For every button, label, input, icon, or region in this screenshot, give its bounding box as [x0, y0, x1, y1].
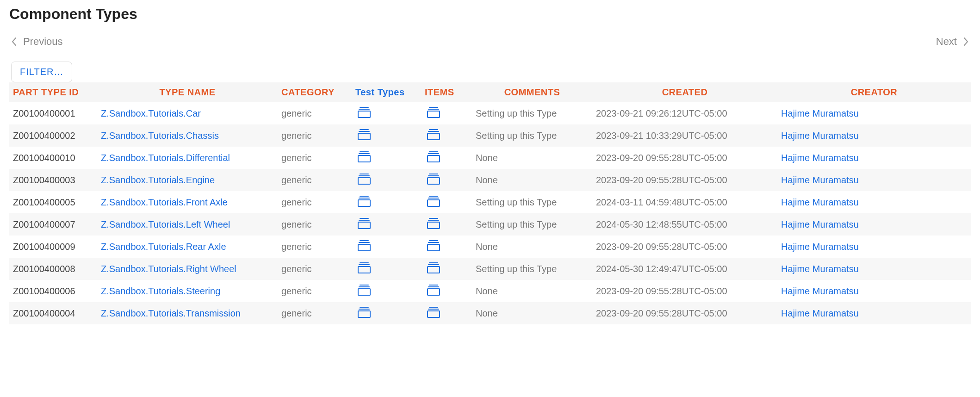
cell-created: 2023-09-20 09:55:28UTC-05:00	[592, 302, 777, 324]
svg-rect-35	[428, 222, 440, 229]
previous-button[interactable]: Previous	[11, 36, 63, 48]
cell-created: 2024-05-30 12:48:55UTC-05:00	[592, 213, 777, 236]
stack-icon[interactable]	[427, 195, 440, 207]
header-items[interactable]: ITEMS	[421, 82, 472, 102]
cell-type-name-link[interactable]: Z.Sandbox.Tutorials.Engine	[97, 169, 278, 191]
cell-category: generic	[278, 236, 352, 258]
cell-part-type-id: Z00100400002	[9, 124, 97, 147]
chevron-right-icon	[962, 37, 969, 47]
table-row: Z00100400001Z.Sandbox.Tutorials.Cargener…	[9, 102, 971, 124]
cell-type-name-link[interactable]: Z.Sandbox.Tutorials.Right Wheel	[97, 258, 278, 280]
previous-label: Previous	[23, 36, 63, 48]
header-created[interactable]: CREATED	[592, 82, 777, 102]
cell-part-type-id: Z00100400001	[9, 102, 97, 124]
table-row: Z00100400004Z.Sandbox.Tutorials.Transmis…	[9, 302, 971, 324]
stack-icon[interactable]	[357, 240, 371, 252]
cell-creator-link[interactable]: Hajime Muramatsu	[777, 258, 971, 280]
stack-icon[interactable]	[357, 129, 371, 141]
cell-creator-link[interactable]: Hajime Muramatsu	[777, 102, 971, 124]
cell-comments: None	[472, 169, 592, 191]
cell-category: generic	[278, 147, 352, 169]
cell-comments: Setting up this Type	[472, 213, 592, 236]
cell-creator-link[interactable]: Hajime Muramatsu	[777, 147, 971, 169]
cell-type-name-link[interactable]: Z.Sandbox.Tutorials.Differential	[97, 147, 278, 169]
table-row: Z00100400007Z.Sandbox.Tutorials.Left Whe…	[9, 213, 971, 236]
cell-creator-link[interactable]: Hajime Muramatsu	[777, 236, 971, 258]
svg-rect-11	[428, 133, 440, 140]
stack-icon[interactable]	[357, 217, 371, 230]
svg-rect-20	[358, 178, 370, 184]
stack-icon[interactable]	[427, 129, 440, 141]
stack-icon[interactable]	[357, 306, 371, 318]
header-test-types[interactable]: Test Types	[352, 82, 421, 102]
next-label: Next	[936, 36, 957, 48]
cell-creator-link[interactable]: Hajime Muramatsu	[777, 280, 971, 302]
cell-part-type-id: Z00100400007	[9, 213, 97, 236]
cell-test-types	[352, 280, 421, 302]
cell-creator-link[interactable]: Hajime Muramatsu	[777, 191, 971, 213]
cell-items	[421, 102, 472, 124]
cell-test-types	[352, 191, 421, 213]
cell-type-name-link[interactable]: Z.Sandbox.Tutorials.Chassis	[97, 124, 278, 147]
cell-items	[421, 213, 472, 236]
cell-items	[421, 124, 472, 147]
table-row: Z00100400009Z.Sandbox.Tutorials.Rear Axl…	[9, 236, 971, 258]
stack-icon[interactable]	[357, 106, 371, 118]
cell-type-name-link[interactable]: Z.Sandbox.Tutorials.Transmission	[97, 302, 278, 324]
cell-test-types	[352, 258, 421, 280]
cell-category: generic	[278, 102, 352, 124]
cell-comments: Setting up this Type	[472, 191, 592, 213]
cell-created: 2023-09-21 10:33:29UTC-05:00	[592, 124, 777, 147]
cell-type-name-link[interactable]: Z.Sandbox.Tutorials.Rear Axle	[97, 236, 278, 258]
stack-icon[interactable]	[427, 240, 440, 252]
svg-rect-47	[428, 267, 440, 273]
stack-icon[interactable]	[427, 306, 440, 318]
next-button[interactable]: Next	[936, 36, 969, 48]
table-row: Z00100400003Z.Sandbox.Tutorials.Enginege…	[9, 169, 971, 191]
header-part-type-id[interactable]: PART TYPE ID	[9, 82, 97, 102]
cell-test-types	[352, 124, 421, 147]
cell-category: generic	[278, 169, 352, 191]
svg-rect-56	[358, 311, 370, 317]
table-row: Z00100400006Z.Sandbox.Tutorials.Steering…	[9, 280, 971, 302]
cell-creator-link[interactable]: Hajime Muramatsu	[777, 213, 971, 236]
svg-rect-23	[428, 178, 440, 184]
cell-created: 2023-09-20 09:55:28UTC-05:00	[592, 169, 777, 191]
cell-type-name-link[interactable]: Z.Sandbox.Tutorials.Car	[97, 102, 278, 124]
header-creator[interactable]: CREATOR	[777, 82, 971, 102]
stack-icon[interactable]	[427, 106, 440, 118]
cell-items	[421, 302, 472, 324]
svg-rect-29	[428, 200, 440, 206]
cell-items	[421, 147, 472, 169]
stack-icon[interactable]	[357, 262, 371, 274]
cell-comments: None	[472, 236, 592, 258]
stack-icon[interactable]	[427, 151, 440, 163]
cell-creator-link[interactable]: Hajime Muramatsu	[777, 124, 971, 147]
cell-category: generic	[278, 124, 352, 147]
cell-test-types	[352, 302, 421, 324]
stack-icon[interactable]	[357, 173, 371, 185]
cell-category: generic	[278, 191, 352, 213]
stack-icon[interactable]	[427, 262, 440, 274]
stack-icon[interactable]	[357, 151, 371, 163]
table-header-row: PART TYPE ID TYPE NAME CATEGORY Test Typ…	[9, 82, 971, 102]
cell-created: 2024-05-30 12:49:47UTC-05:00	[592, 258, 777, 280]
cell-items	[421, 191, 472, 213]
header-category[interactable]: CATEGORY	[278, 82, 352, 102]
header-type-name[interactable]: TYPE NAME	[97, 82, 278, 102]
stack-icon[interactable]	[427, 284, 440, 296]
stack-icon[interactable]	[427, 173, 440, 185]
stack-icon[interactable]	[427, 217, 440, 230]
cell-type-name-link[interactable]: Z.Sandbox.Tutorials.Steering	[97, 280, 278, 302]
svg-rect-41	[428, 244, 440, 251]
cell-creator-link[interactable]: Hajime Muramatsu	[777, 302, 971, 324]
cell-created: 2023-09-21 09:26:12UTC-05:00	[592, 102, 777, 124]
filter-button[interactable]: FILTER…	[11, 62, 72, 82]
cell-type-name-link[interactable]: Z.Sandbox.Tutorials.Left Wheel	[97, 213, 278, 236]
stack-icon[interactable]	[357, 284, 371, 296]
header-comments[interactable]: COMMENTS	[472, 82, 592, 102]
stack-icon[interactable]	[357, 195, 371, 207]
cell-test-types	[352, 169, 421, 191]
cell-type-name-link[interactable]: Z.Sandbox.Tutorials.Front Axle	[97, 191, 278, 213]
cell-creator-link[interactable]: Hajime Muramatsu	[777, 169, 971, 191]
